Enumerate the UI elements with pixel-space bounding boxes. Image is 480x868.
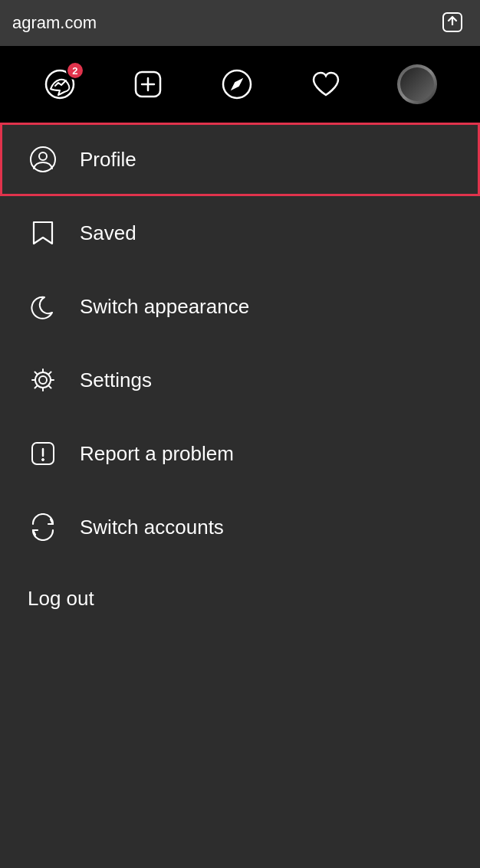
new-post-nav-item[interactable] xyxy=(131,67,165,101)
appearance-menu-icon xyxy=(29,293,57,320)
moon-icon xyxy=(28,291,58,322)
saved-menu-icon xyxy=(30,219,56,247)
new-post-icon xyxy=(131,67,165,101)
report-problem-menu-label: Report a problem xyxy=(80,442,234,466)
avatar-inner xyxy=(400,67,434,101)
menu-item-profile[interactable]: Profile xyxy=(0,123,480,196)
instagram-nav: 2 xyxy=(0,46,480,123)
saved-menu-label: Saved xyxy=(80,221,136,245)
settings-menu-icon xyxy=(29,366,57,394)
svg-point-10 xyxy=(39,376,47,384)
switch-appearance-menu-label: Switch appearance xyxy=(80,295,249,319)
report-icon xyxy=(28,438,58,469)
menu-item-saved[interactable]: Saved xyxy=(0,196,480,270)
dropdown-menu: Profile Saved Switch appearance Settings xyxy=(0,123,480,868)
svg-point-9 xyxy=(39,152,47,160)
person-circle-icon xyxy=(28,144,58,175)
message-badge: 2 xyxy=(66,61,84,80)
svg-point-14 xyxy=(42,459,44,461)
messenger-nav-item[interactable]: 2 xyxy=(43,67,77,101)
menu-item-settings[interactable]: Settings xyxy=(0,343,480,417)
settings-icon xyxy=(28,365,58,395)
logout-label[interactable]: Log out xyxy=(0,572,480,626)
share-button[interactable] xyxy=(437,7,468,40)
profile-menu-label: Profile xyxy=(80,148,136,172)
settings-menu-label: Settings xyxy=(80,368,152,392)
profile-menu-icon xyxy=(29,146,57,173)
switch-accounts-icon xyxy=(28,512,58,542)
notifications-nav-item[interactable] xyxy=(309,67,343,101)
menu-item-switch-appearance[interactable]: Switch appearance xyxy=(0,270,480,343)
report-menu-icon xyxy=(29,440,57,467)
heart-icon xyxy=(309,67,343,101)
menu-item-logout[interactable]: Log out xyxy=(0,564,480,626)
bookmark-icon xyxy=(28,218,58,248)
address-bar: agram.com xyxy=(0,0,480,46)
switch-accounts-menu-label: Switch accounts xyxy=(80,516,224,539)
menu-item-switch-accounts[interactable]: Switch accounts xyxy=(0,490,480,564)
explore-icon xyxy=(220,67,254,101)
profile-nav-item[interactable] xyxy=(397,64,437,104)
share-icon xyxy=(440,10,465,34)
address-bar-text: agram.com xyxy=(12,13,97,33)
avatar xyxy=(397,64,437,104)
explore-nav-item[interactable] xyxy=(220,67,254,101)
svg-point-11 xyxy=(35,372,51,388)
menu-item-report-problem[interactable]: Report a problem xyxy=(0,417,480,490)
svg-marker-7 xyxy=(232,80,242,89)
switch-menu-icon xyxy=(28,513,58,541)
